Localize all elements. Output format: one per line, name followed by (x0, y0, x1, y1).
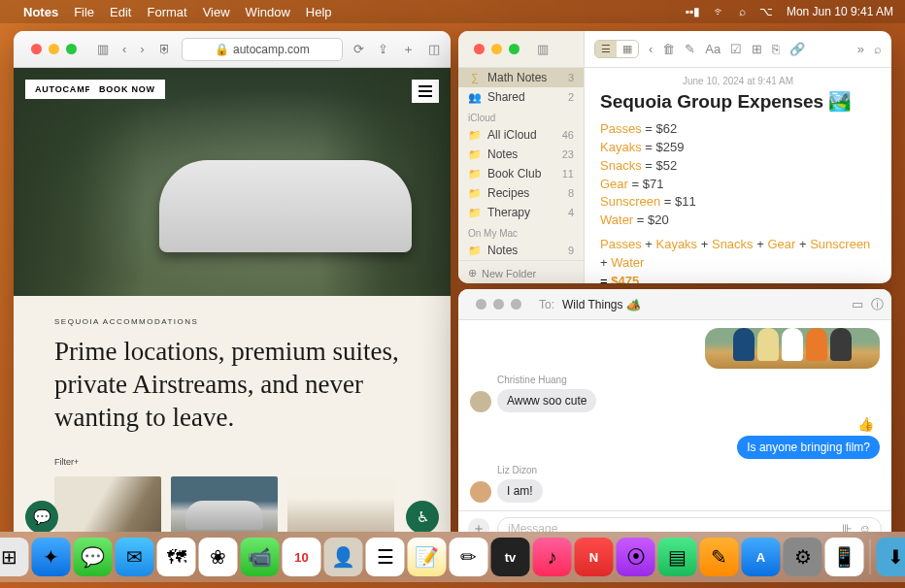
table-icon[interactable]: ⊞ (752, 42, 762, 56)
photo-message[interactable] (705, 328, 880, 369)
dock-iphone[interactable]: 📱 (825, 538, 864, 576)
clock[interactable]: Mon Jun 10 9:41 AM (787, 5, 893, 18)
dock-appstore[interactable]: A (742, 538, 781, 576)
address-bar[interactable]: 🔒autocamp.com (182, 38, 343, 61)
message-row: Awww soo cute (470, 389, 880, 412)
filter-button[interactable]: Filter+ (54, 457, 410, 467)
sidebar-item[interactable]: 📁Book Club11 (458, 164, 584, 183)
note-line: Snacks = $52 (600, 157, 876, 176)
message-row: I am! (470, 479, 880, 503)
dock-notes[interactable]: 📝 (408, 538, 447, 576)
sidebar-section-header: On My Mac (458, 222, 584, 241)
wifi-icon[interactable]: ᯤ (714, 5, 725, 18)
traffic-lights[interactable] (464, 44, 529, 54)
accessibility-fab[interactable]: ♿︎ (406, 501, 439, 534)
message-bubble[interactable]: I am! (497, 479, 543, 503)
tapback-reaction[interactable]: 👍 (857, 416, 874, 432)
conversation-name[interactable]: Wild Things 🏕️ (562, 298, 641, 311)
traffic-lights[interactable] (466, 299, 531, 310)
message-bubble-sent[interactable]: Is anyone bringing film? (737, 436, 880, 459)
share-button[interactable]: ⇪ (375, 42, 391, 56)
chat-fab[interactable]: 💬 (25, 501, 58, 534)
dock-facetime[interactable]: 📹 (241, 538, 280, 576)
list-view-icon[interactable]: ☰ (595, 41, 617, 57)
book-now-button[interactable]: BOOK NOW (89, 80, 165, 99)
headline: Prime locations, premium suites, private… (54, 336, 410, 434)
back-button[interactable]: ‹ (119, 42, 129, 56)
menu-window[interactable]: Window (246, 5, 290, 19)
dock-music[interactable]: ♪ (533, 538, 572, 576)
link-icon[interactable]: 🔗 (789, 42, 805, 56)
dock-photos[interactable]: ❀ (199, 538, 238, 576)
sidebar-toggle-icon[interactable]: ▥ (537, 42, 549, 56)
shield-icon[interactable]: ⛨ (155, 42, 174, 56)
dock-calendar[interactable]: 10 (283, 538, 321, 576)
sidebar-section-header: iCloud (458, 107, 584, 125)
more-icon[interactable]: » (857, 42, 864, 56)
menu-help[interactable]: Help (306, 5, 332, 19)
format-icon[interactable]: Aa (705, 42, 721, 56)
notes-window: ▥ ☰▦ ‹ 🗑 ✎ Aa ☑ ⊞ ⎘ 🔗 » ⌕ ∑Math Notes3👥S… (458, 31, 891, 283)
sidebar-item[interactable]: 📁Notes9 (458, 241, 584, 260)
traffic-lights[interactable] (21, 44, 86, 54)
dock-tv[interactable]: tv (491, 538, 530, 576)
dock-launchpad[interactable]: ⊞ (0, 538, 29, 576)
dock-numbers[interactable]: ▤ (658, 538, 697, 576)
sidebar-item[interactable]: 👥Shared2 (458, 87, 584, 107)
dock-separator (870, 539, 871, 574)
dock-news[interactable]: N (575, 538, 614, 576)
tabs-button[interactable]: ◫ (425, 42, 443, 56)
battery-icon[interactable]: ▪▪▮ (685, 5, 700, 18)
spotlight-icon[interactable]: ⌕ (739, 5, 746, 18)
note-line: Kayaks = $259 (600, 139, 876, 157)
app-menu[interactable]: Notes (23, 5, 58, 19)
sidebar-item[interactable]: 📁Therapy4 (458, 203, 584, 222)
message-thread[interactable]: Christine Huang Awww soo cute 👍 Is anyon… (458, 320, 891, 510)
menu-edit[interactable]: Edit (110, 5, 131, 19)
checklist-icon[interactable]: ☑ (730, 42, 742, 56)
grid-view-icon[interactable]: ▦ (617, 41, 638, 57)
dock-podcasts[interactable]: ⦿ (617, 538, 655, 576)
dock-mail[interactable]: ✉ (116, 538, 154, 576)
facetime-icon[interactable]: ▭ (852, 297, 863, 311)
dock-messages[interactable]: 💬 (74, 538, 113, 576)
view-mode-toggle[interactable]: ☰▦ (594, 40, 639, 58)
dock-pages[interactable]: ✎ (700, 538, 739, 576)
note-editor[interactable]: June 10, 2024 at 9:41 AM Sequoia Group E… (585, 68, 891, 283)
media-icon[interactable]: ⎘ (772, 42, 780, 56)
dock-maps[interactable]: 🗺 (157, 538, 196, 576)
info-icon[interactable]: ⓘ (871, 296, 884, 313)
new-tab-button[interactable]: ＋ (399, 41, 418, 58)
sidebar-item[interactable]: 📁Notes23 (458, 145, 584, 164)
trash-icon[interactable]: 🗑 (662, 42, 675, 56)
sidebar-item[interactable]: 📁Recipes8 (458, 183, 584, 203)
new-folder-button[interactable]: ⊕New Folder (458, 260, 584, 283)
dock-reminders[interactable]: ☰ (366, 538, 405, 576)
sidebar-toggle-icon[interactable]: ▥ (94, 42, 112, 56)
sum-expression: Passes + Kayaks + Snacks + Gear + Sunscr… (600, 236, 876, 273)
menu-format[interactable]: Format (147, 5, 186, 19)
avatar[interactable] (470, 481, 491, 503)
control-center-icon[interactable]: ⌥ (759, 5, 773, 18)
note-line: Passes = $62 (600, 120, 876, 139)
dock-downloads[interactable]: ⬇ (877, 538, 906, 576)
dock-freeform[interactable]: ✏ (450, 538, 488, 576)
messages-header: To: Wild Things 🏕️ ▭ ⓘ (458, 289, 891, 320)
reload-button[interactable]: ⟳ (351, 42, 367, 56)
dock-contacts[interactable]: 👤 (324, 538, 363, 576)
notes-sidebar: ∑Math Notes3👥Shared2iCloud📁All iCloud46📁… (458, 68, 585, 283)
menu-file[interactable]: File (74, 5, 94, 19)
dock-settings[interactable]: ⚙ (784, 538, 822, 576)
sidebar-item[interactable]: 📁All iCloud46 (458, 125, 584, 145)
avatar[interactable] (470, 391, 491, 412)
forward-button[interactable]: › (137, 42, 147, 56)
compose-icon[interactable]: ✎ (685, 42, 695, 56)
hamburger-menu[interactable] (412, 80, 439, 103)
menu-view[interactable]: View (203, 5, 230, 19)
search-icon[interactable]: ⌕ (874, 42, 882, 56)
dock-safari[interactable]: ✦ (32, 538, 71, 576)
sidebar-item[interactable]: ∑Math Notes3 (458, 68, 584, 87)
back-icon[interactable]: ‹ (649, 42, 653, 56)
note-title: Sequoia Group Expenses 🏞️ (600, 90, 876, 113)
message-bubble[interactable]: Awww soo cute (497, 389, 596, 412)
